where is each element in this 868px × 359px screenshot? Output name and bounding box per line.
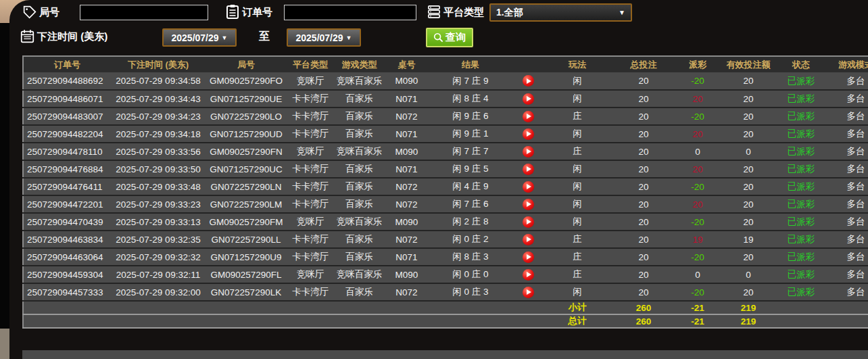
- table-number-cell: N072: [385, 107, 429, 125]
- video-cell: [512, 231, 544, 248]
- bet-type-cell: 闲: [544, 283, 611, 301]
- video-cell: [512, 195, 544, 213]
- valid-bet-cell: 20: [719, 107, 777, 125]
- filter-toolbar: 局号 订单号 平台类型 1.全部 ▼: [0, 0, 868, 54]
- video-cell: [512, 248, 544, 266]
- round-id-cell: GN072257290LN: [206, 178, 287, 195]
- round-number-input[interactable]: [80, 5, 208, 20]
- payout-cell: 19: [676, 231, 719, 248]
- play-video-button[interactable]: [523, 75, 534, 87]
- game-type-cell: 竞咪百家乐: [334, 72, 385, 90]
- order-id-cell: 250729094476411: [23, 178, 111, 195]
- round-number-label: 局号: [39, 6, 59, 19]
- status-cell: 已派彩: [777, 248, 825, 266]
- date-to-picker[interactable]: 2025/07/29 ▼: [287, 28, 361, 47]
- valid-bet-cell: 20: [719, 283, 777, 301]
- table-number-cell: N071: [385, 248, 429, 266]
- play-video-button[interactable]: [523, 199, 534, 210]
- column-header: 结果: [429, 56, 512, 72]
- calendar-icon: [20, 29, 34, 43]
- order-id-cell: 250729094463064: [23, 248, 111, 266]
- result-cell: 闲 4 庄 9: [429, 178, 512, 195]
- total-bet-cell: 20: [611, 213, 676, 231]
- table-row: 250729094476411 2025-07-29 09:33:48 GN07…: [23, 178, 868, 195]
- status-cell: 已派彩: [777, 72, 825, 90]
- bet-records-table: 订单号下注时间 (美东)局号平台类型游戏类型桌号结果玩法总投注派彩有效投注额状态…: [22, 55, 868, 348]
- table-number-cell: N071: [385, 160, 429, 178]
- grand-total-label: 总计: [544, 314, 611, 328]
- play-video-button[interactable]: [523, 252, 534, 263]
- play-video-button[interactable]: [523, 269, 534, 281]
- total-bet-cell: 20: [611, 195, 676, 213]
- status-cell: 已派彩: [777, 178, 825, 195]
- bet-time-cell: 2025-07-29 09:34:43: [111, 90, 206, 107]
- chevron-down-icon: ▼: [346, 34, 352, 41]
- table-number-cell: N071: [385, 90, 429, 107]
- round-id-cell: GM090257290FN: [206, 143, 287, 160]
- play-video-button[interactable]: [523, 234, 534, 245]
- total-bet-cell: 20: [611, 283, 676, 301]
- game-type-cell: 百家乐: [334, 283, 385, 301]
- bet-type-cell: 庄: [544, 143, 611, 160]
- play-video-button[interactable]: [523, 216, 534, 228]
- table-row: 250729094476884 2025-07-29 09:33:50 GN07…: [23, 160, 868, 178]
- game-type-cell: 百家乐: [334, 125, 385, 143]
- play-video-button[interactable]: [523, 128, 534, 140]
- bet-time-cell: 2025-07-29 09:32:00: [111, 283, 206, 301]
- play-video-button[interactable]: [523, 164, 534, 175]
- order-number-input[interactable]: [284, 5, 416, 20]
- video-cell: [512, 213, 544, 231]
- status-cell: 已派彩: [777, 90, 825, 107]
- bet-type-cell: 庄: [544, 231, 611, 248]
- bet-type-cell: 庄: [544, 107, 611, 125]
- result-cell: 闲 0 庄 0: [429, 266, 512, 283]
- bet-time-cell: 2025-07-29 09:34:23: [111, 107, 206, 125]
- bet-time-cell: 2025-07-29 09:34:58: [111, 72, 206, 90]
- valid-bet-cell: 20: [719, 125, 777, 143]
- game-mode-cell: 多台: [825, 283, 868, 301]
- status-cell: 已派彩: [777, 213, 825, 231]
- video-cell: [512, 283, 544, 301]
- bet-type-cell: 庄: [544, 266, 611, 283]
- table-row: 250729094482204 2025-07-29 09:34:18 GN07…: [23, 125, 868, 143]
- bet-time-cell: 2025-07-29 09:33:13: [111, 213, 206, 231]
- total-bet-cell: 20: [611, 72, 676, 90]
- round-id-cell: GM090257290FO: [206, 72, 287, 90]
- platform-type-cell: 卡卡湾厅: [287, 195, 334, 213]
- order-id-cell: 250729094478110: [23, 143, 111, 160]
- play-video-button[interactable]: [523, 111, 534, 122]
- platform-type-label: 平台类型: [443, 6, 484, 19]
- play-video-button[interactable]: [523, 146, 534, 158]
- video-cell: [512, 143, 544, 160]
- play-video-button[interactable]: [523, 287, 534, 298]
- game-type-cell: 竞咪百家乐: [334, 143, 385, 160]
- query-button[interactable]: 查询: [426, 28, 473, 47]
- subtotal-total-bet: 260: [611, 301, 676, 314]
- order-number-label: 订单号: [242, 6, 272, 19]
- game-type-cell: 竞咪百家乐: [334, 213, 385, 231]
- status-cell: 已派彩: [777, 231, 825, 248]
- play-video-button[interactable]: [523, 93, 534, 105]
- game-mode-cell: 多台: [825, 195, 868, 213]
- table-number-cell: M090: [385, 143, 429, 160]
- result-cell: 闲 9 庄 5: [429, 160, 512, 178]
- subtotal-row: 小计 260 -21 219: [23, 301, 868, 314]
- game-mode-cell: 多台: [825, 213, 868, 231]
- bet-type-cell: 闲: [544, 72, 611, 90]
- game-type-cell: 百家乐: [334, 231, 385, 248]
- game-type-cell: 百家乐: [334, 195, 385, 213]
- bet-type-cell: 庄: [544, 248, 611, 266]
- date-from-picker[interactable]: 2025/07/29 ▼: [162, 28, 237, 47]
- total-bet-cell: 20: [611, 90, 676, 107]
- date-to-value: 2025/07/29: [296, 32, 343, 43]
- payout-cell: -20: [676, 248, 719, 266]
- bet-type-cell: 闲: [544, 90, 611, 107]
- table-row: 250729094488692 2025-07-29 09:34:58 GM09…: [23, 72, 868, 90]
- column-header: 桌号: [385, 56, 429, 72]
- platform-type-select[interactable]: 1.全部 ▼: [489, 3, 632, 22]
- play-video-button[interactable]: [523, 181, 534, 193]
- game-type-cell: 百家乐: [334, 107, 385, 125]
- subtotal-payout: -21: [676, 301, 719, 314]
- valid-bet-cell: 19: [719, 231, 777, 248]
- bet-time-cell: 2025-07-29 09:32:11: [111, 266, 206, 283]
